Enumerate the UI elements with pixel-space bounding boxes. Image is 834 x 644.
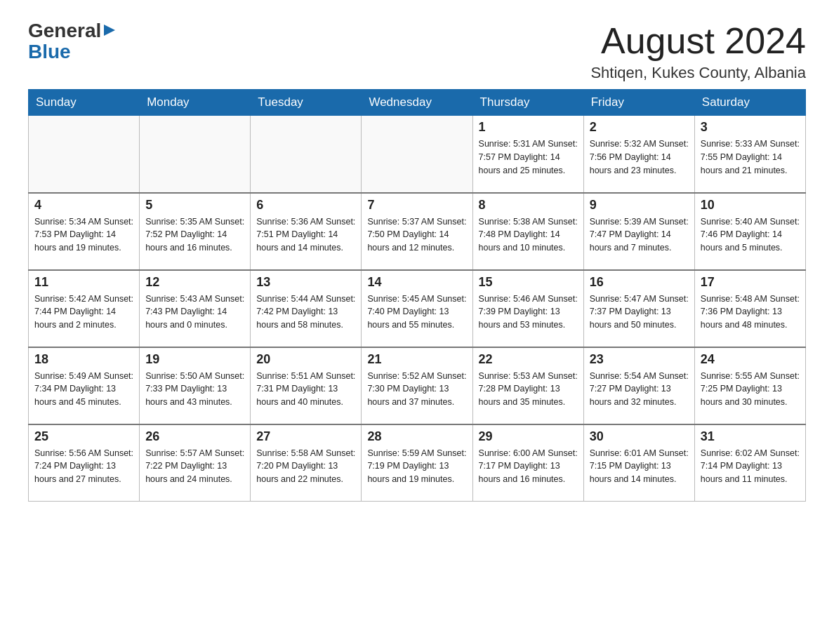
day-info: Sunrise: 5:49 AM Sunset: 7:34 PM Dayligh… bbox=[34, 370, 133, 409]
weekday-header-monday: Monday bbox=[140, 90, 251, 116]
day-info: Sunrise: 5:48 AM Sunset: 7:36 PM Dayligh… bbox=[701, 293, 800, 332]
calendar-week-row: 25Sunrise: 5:56 AM Sunset: 7:24 PM Dayli… bbox=[29, 424, 806, 502]
day-number: 30 bbox=[590, 429, 689, 444]
calendar-cell bbox=[251, 116, 362, 193]
day-number: 13 bbox=[256, 275, 355, 290]
calendar-cell bbox=[362, 116, 472, 193]
day-info: Sunrise: 5:57 AM Sunset: 7:22 PM Dayligh… bbox=[145, 447, 244, 486]
logo: General Blue bbox=[28, 21, 117, 63]
day-info: Sunrise: 5:52 AM Sunset: 7:30 PM Dayligh… bbox=[367, 370, 466, 409]
calendar-cell: 31Sunrise: 6:02 AM Sunset: 7:14 PM Dayli… bbox=[694, 424, 805, 502]
location: Shtiqen, Kukes County, Albania bbox=[590, 64, 806, 82]
weekday-header-tuesday: Tuesday bbox=[251, 90, 362, 116]
logo-general: General bbox=[28, 21, 101, 41]
calendar-cell: 12Sunrise: 5:43 AM Sunset: 7:43 PM Dayli… bbox=[140, 270, 251, 347]
day-info: Sunrise: 6:00 AM Sunset: 7:17 PM Dayligh… bbox=[479, 447, 578, 486]
calendar-cell: 27Sunrise: 5:58 AM Sunset: 7:20 PM Dayli… bbox=[251, 424, 362, 502]
day-number: 3 bbox=[701, 120, 800, 135]
page-header: General Blue August 2024 Shtiqen, Kukes … bbox=[28, 21, 806, 82]
title-block: August 2024 Shtiqen, Kukes County, Alban… bbox=[590, 21, 806, 82]
day-number: 11 bbox=[34, 275, 133, 290]
calendar-week-row: 4Sunrise: 5:34 AM Sunset: 7:53 PM Daylig… bbox=[29, 193, 806, 270]
weekday-header-thursday: Thursday bbox=[472, 90, 583, 116]
day-info: Sunrise: 5:36 AM Sunset: 7:51 PM Dayligh… bbox=[256, 215, 355, 255]
day-info: Sunrise: 5:32 AM Sunset: 7:56 PM Dayligh… bbox=[590, 137, 689, 177]
day-number: 28 bbox=[367, 429, 466, 444]
day-info: Sunrise: 5:40 AM Sunset: 7:46 PM Dayligh… bbox=[701, 215, 800, 255]
calendar-cell: 6Sunrise: 5:36 AM Sunset: 7:51 PM Daylig… bbox=[251, 193, 362, 270]
weekday-header-friday: Friday bbox=[583, 90, 694, 116]
calendar-cell: 4Sunrise: 5:34 AM Sunset: 7:53 PM Daylig… bbox=[29, 193, 140, 270]
weekday-header-saturday: Saturday bbox=[694, 90, 805, 116]
weekday-header-wednesday: Wednesday bbox=[362, 90, 472, 116]
day-info: Sunrise: 5:46 AM Sunset: 7:39 PM Dayligh… bbox=[479, 293, 578, 332]
day-number: 4 bbox=[34, 198, 133, 213]
day-number: 24 bbox=[701, 352, 800, 367]
weekday-header-sunday: Sunday bbox=[29, 90, 140, 116]
day-info: Sunrise: 5:42 AM Sunset: 7:44 PM Dayligh… bbox=[34, 293, 133, 332]
calendar-cell: 24Sunrise: 5:55 AM Sunset: 7:25 PM Dayli… bbox=[694, 347, 805, 424]
svg-marker-0 bbox=[104, 25, 115, 36]
day-number: 1 bbox=[479, 120, 578, 135]
calendar-cell: 19Sunrise: 5:50 AM Sunset: 7:33 PM Dayli… bbox=[140, 347, 251, 424]
day-number: 29 bbox=[479, 429, 578, 444]
calendar-cell: 14Sunrise: 5:45 AM Sunset: 7:40 PM Dayli… bbox=[362, 270, 472, 347]
day-info: Sunrise: 5:55 AM Sunset: 7:25 PM Dayligh… bbox=[701, 370, 800, 409]
logo-blue: Blue bbox=[28, 41, 71, 62]
calendar-cell: 15Sunrise: 5:46 AM Sunset: 7:39 PM Dayli… bbox=[472, 270, 583, 347]
day-info: Sunrise: 5:38 AM Sunset: 7:48 PM Dayligh… bbox=[479, 215, 578, 255]
calendar-cell: 28Sunrise: 5:59 AM Sunset: 7:19 PM Dayli… bbox=[362, 424, 472, 502]
day-number: 19 bbox=[145, 352, 244, 367]
calendar-cell: 9Sunrise: 5:39 AM Sunset: 7:47 PM Daylig… bbox=[583, 193, 694, 270]
day-number: 26 bbox=[145, 429, 244, 444]
calendar-cell: 1Sunrise: 5:31 AM Sunset: 7:57 PM Daylig… bbox=[472, 116, 583, 193]
day-number: 2 bbox=[590, 120, 689, 135]
calendar-cell: 29Sunrise: 6:00 AM Sunset: 7:17 PM Dayli… bbox=[472, 424, 583, 502]
day-info: Sunrise: 5:35 AM Sunset: 7:52 PM Dayligh… bbox=[145, 215, 244, 255]
calendar-cell: 23Sunrise: 5:54 AM Sunset: 7:27 PM Dayli… bbox=[583, 347, 694, 424]
day-info: Sunrise: 5:43 AM Sunset: 7:43 PM Dayligh… bbox=[145, 293, 244, 332]
calendar-cell: 5Sunrise: 5:35 AM Sunset: 7:52 PM Daylig… bbox=[140, 193, 251, 270]
day-number: 27 bbox=[256, 429, 355, 444]
day-number: 5 bbox=[145, 198, 244, 213]
day-info: Sunrise: 6:02 AM Sunset: 7:14 PM Dayligh… bbox=[701, 447, 800, 486]
calendar-cell bbox=[140, 116, 251, 193]
calendar-cell: 3Sunrise: 5:33 AM Sunset: 7:55 PM Daylig… bbox=[694, 116, 805, 193]
day-info: Sunrise: 6:01 AM Sunset: 7:15 PM Dayligh… bbox=[590, 447, 689, 486]
day-info: Sunrise: 5:45 AM Sunset: 7:40 PM Dayligh… bbox=[367, 293, 466, 332]
calendar-cell: 11Sunrise: 5:42 AM Sunset: 7:44 PM Dayli… bbox=[29, 270, 140, 347]
day-number: 20 bbox=[256, 352, 355, 367]
day-info: Sunrise: 5:59 AM Sunset: 7:19 PM Dayligh… bbox=[367, 447, 466, 486]
day-number: 15 bbox=[479, 275, 578, 290]
day-info: Sunrise: 5:39 AM Sunset: 7:47 PM Dayligh… bbox=[590, 215, 689, 255]
calendar-cell: 30Sunrise: 6:01 AM Sunset: 7:15 PM Dayli… bbox=[583, 424, 694, 502]
day-number: 17 bbox=[701, 275, 800, 290]
calendar-cell: 21Sunrise: 5:52 AM Sunset: 7:30 PM Dayli… bbox=[362, 347, 472, 424]
day-info: Sunrise: 5:47 AM Sunset: 7:37 PM Dayligh… bbox=[590, 293, 689, 332]
calendar-cell: 26Sunrise: 5:57 AM Sunset: 7:22 PM Dayli… bbox=[140, 424, 251, 502]
day-info: Sunrise: 5:34 AM Sunset: 7:53 PM Dayligh… bbox=[34, 215, 133, 255]
day-info: Sunrise: 5:50 AM Sunset: 7:33 PM Dayligh… bbox=[145, 370, 244, 409]
day-info: Sunrise: 5:54 AM Sunset: 7:27 PM Dayligh… bbox=[590, 370, 689, 409]
day-number: 22 bbox=[479, 352, 578, 367]
weekday-header-row: SundayMondayTuesdayWednesdayThursdayFrid… bbox=[29, 90, 806, 116]
calendar-cell: 18Sunrise: 5:49 AM Sunset: 7:34 PM Dayli… bbox=[29, 347, 140, 424]
calendar-cell: 20Sunrise: 5:51 AM Sunset: 7:31 PM Dayli… bbox=[251, 347, 362, 424]
calendar-cell: 7Sunrise: 5:37 AM Sunset: 7:50 PM Daylig… bbox=[362, 193, 472, 270]
day-number: 6 bbox=[256, 198, 355, 213]
day-info: Sunrise: 5:44 AM Sunset: 7:42 PM Dayligh… bbox=[256, 293, 355, 332]
day-number: 25 bbox=[34, 429, 133, 444]
day-number: 31 bbox=[701, 429, 800, 444]
day-number: 18 bbox=[34, 352, 133, 367]
day-number: 7 bbox=[367, 198, 466, 213]
logo-arrow-icon bbox=[102, 23, 117, 37]
day-number: 14 bbox=[367, 275, 466, 290]
calendar-cell: 13Sunrise: 5:44 AM Sunset: 7:42 PM Dayli… bbox=[251, 270, 362, 347]
day-number: 21 bbox=[367, 352, 466, 367]
day-info: Sunrise: 5:56 AM Sunset: 7:24 PM Dayligh… bbox=[34, 447, 133, 486]
calendar-cell: 16Sunrise: 5:47 AM Sunset: 7:37 PM Dayli… bbox=[583, 270, 694, 347]
calendar-cell: 17Sunrise: 5:48 AM Sunset: 7:36 PM Dayli… bbox=[694, 270, 805, 347]
day-info: Sunrise: 5:51 AM Sunset: 7:31 PM Dayligh… bbox=[256, 370, 355, 409]
day-number: 10 bbox=[701, 198, 800, 213]
calendar-cell: 2Sunrise: 5:32 AM Sunset: 7:56 PM Daylig… bbox=[583, 116, 694, 193]
